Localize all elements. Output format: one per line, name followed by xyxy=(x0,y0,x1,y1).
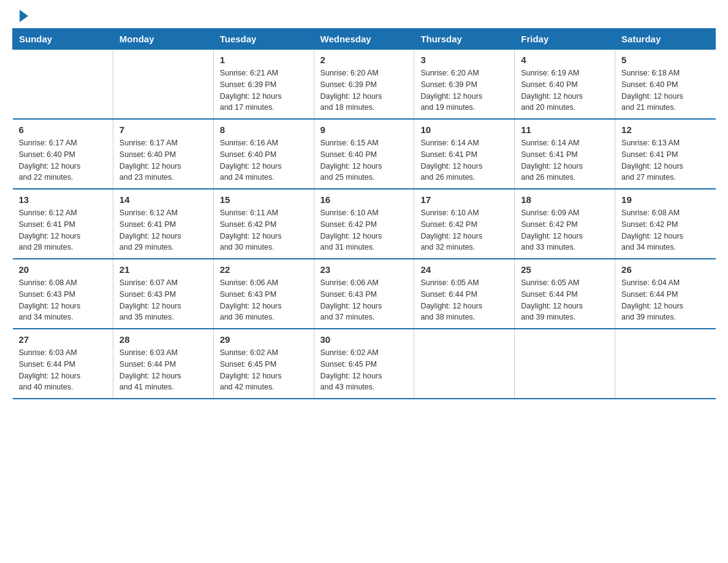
calendar-cell: 7Sunrise: 6:17 AMSunset: 6:40 PMDaylight… xyxy=(113,119,213,189)
calendar-cell: 20Sunrise: 6:08 AMSunset: 6:43 PMDayligh… xyxy=(13,259,113,329)
calendar-header-row: SundayMondayTuesdayWednesdayThursdayFrid… xyxy=(13,29,716,50)
day-info: Sunrise: 6:10 AMSunset: 6:42 PMDaylight:… xyxy=(420,207,508,253)
calendar-wrapper: SundayMondayTuesdayWednesdayThursdayFrid… xyxy=(0,28,728,412)
calendar-week-row: 20Sunrise: 6:08 AMSunset: 6:43 PMDayligh… xyxy=(13,259,716,329)
calendar-cell: 2Sunrise: 6:20 AMSunset: 6:39 PMDaylight… xyxy=(314,50,414,120)
calendar-cell: 27Sunrise: 6:03 AMSunset: 6:44 PMDayligh… xyxy=(13,329,113,399)
day-info: Sunrise: 6:03 AMSunset: 6:44 PMDaylight:… xyxy=(19,347,107,393)
calendar-header-tuesday: Tuesday xyxy=(213,29,314,50)
calendar-cell: 1Sunrise: 6:21 AMSunset: 6:39 PMDaylight… xyxy=(213,50,314,120)
day-number: 5 xyxy=(621,55,709,65)
calendar-cell: 26Sunrise: 6:04 AMSunset: 6:44 PMDayligh… xyxy=(615,259,716,329)
day-info: Sunrise: 6:20 AMSunset: 6:39 PMDaylight:… xyxy=(420,67,508,113)
day-info: Sunrise: 6:14 AMSunset: 6:41 PMDaylight:… xyxy=(521,137,609,183)
day-info: Sunrise: 6:05 AMSunset: 6:44 PMDaylight:… xyxy=(521,277,609,323)
calendar-cell: 3Sunrise: 6:20 AMSunset: 6:39 PMDaylight… xyxy=(414,50,515,120)
calendar-cell: 4Sunrise: 6:19 AMSunset: 6:40 PMDaylight… xyxy=(515,50,615,120)
calendar-cell xyxy=(515,329,615,399)
calendar-table: SundayMondayTuesdayWednesdayThursdayFrid… xyxy=(12,28,716,399)
logo xyxy=(18,12,31,22)
calendar-cell: 25Sunrise: 6:05 AMSunset: 6:44 PMDayligh… xyxy=(515,259,615,329)
day-info: Sunrise: 6:14 AMSunset: 6:41 PMDaylight:… xyxy=(420,137,508,183)
day-info: Sunrise: 6:03 AMSunset: 6:44 PMDaylight:… xyxy=(119,347,207,393)
calendar-cell: 6Sunrise: 6:17 AMSunset: 6:40 PMDaylight… xyxy=(13,119,113,189)
calendar-cell: 5Sunrise: 6:18 AMSunset: 6:40 PMDaylight… xyxy=(615,50,716,120)
calendar-cell xyxy=(13,50,113,120)
day-number: 16 xyxy=(320,194,408,205)
calendar-cell: 8Sunrise: 6:16 AMSunset: 6:40 PMDaylight… xyxy=(213,119,314,189)
day-number: 9 xyxy=(320,124,408,135)
day-info: Sunrise: 6:11 AMSunset: 6:42 PMDaylight:… xyxy=(220,207,308,253)
calendar-cell: 29Sunrise: 6:02 AMSunset: 6:45 PMDayligh… xyxy=(213,329,314,399)
day-info: Sunrise: 6:20 AMSunset: 6:39 PMDaylight:… xyxy=(320,67,408,113)
day-number: 30 xyxy=(320,334,408,345)
day-number: 10 xyxy=(420,124,508,135)
day-number: 6 xyxy=(19,124,107,135)
day-info: Sunrise: 6:08 AMSunset: 6:43 PMDaylight:… xyxy=(19,277,107,323)
day-number: 21 xyxy=(119,264,207,275)
calendar-cell: 15Sunrise: 6:11 AMSunset: 6:42 PMDayligh… xyxy=(213,189,314,259)
day-number: 4 xyxy=(521,55,609,65)
day-info: Sunrise: 6:06 AMSunset: 6:43 PMDaylight:… xyxy=(220,277,308,323)
day-number: 18 xyxy=(521,194,609,205)
calendar-cell: 9Sunrise: 6:15 AMSunset: 6:40 PMDaylight… xyxy=(314,119,414,189)
calendar-cell: 23Sunrise: 6:06 AMSunset: 6:43 PMDayligh… xyxy=(314,259,414,329)
calendar-cell: 16Sunrise: 6:10 AMSunset: 6:42 PMDayligh… xyxy=(314,189,414,259)
day-number: 17 xyxy=(420,194,508,205)
day-info: Sunrise: 6:17 AMSunset: 6:40 PMDaylight:… xyxy=(119,137,207,183)
calendar-cell: 14Sunrise: 6:12 AMSunset: 6:41 PMDayligh… xyxy=(113,189,213,259)
day-info: Sunrise: 6:04 AMSunset: 6:44 PMDaylight:… xyxy=(621,277,709,323)
page-header xyxy=(0,0,728,28)
day-number: 20 xyxy=(19,264,107,275)
day-number: 2 xyxy=(320,55,408,65)
day-info: Sunrise: 6:17 AMSunset: 6:40 PMDaylight:… xyxy=(19,137,107,183)
day-number: 27 xyxy=(19,334,107,345)
day-number: 23 xyxy=(320,264,408,275)
calendar-cell: 21Sunrise: 6:07 AMSunset: 6:43 PMDayligh… xyxy=(113,259,213,329)
day-number: 3 xyxy=(420,55,508,65)
calendar-cell: 22Sunrise: 6:06 AMSunset: 6:43 PMDayligh… xyxy=(213,259,314,329)
calendar-header-friday: Friday xyxy=(515,29,615,50)
day-info: Sunrise: 6:12 AMSunset: 6:41 PMDaylight:… xyxy=(19,207,107,253)
day-number: 12 xyxy=(621,124,709,135)
day-info: Sunrise: 6:09 AMSunset: 6:42 PMDaylight:… xyxy=(521,207,609,253)
day-info: Sunrise: 6:02 AMSunset: 6:45 PMDaylight:… xyxy=(320,347,408,393)
calendar-cell: 10Sunrise: 6:14 AMSunset: 6:41 PMDayligh… xyxy=(414,119,515,189)
calendar-week-row: 13Sunrise: 6:12 AMSunset: 6:41 PMDayligh… xyxy=(13,189,716,259)
calendar-cell: 13Sunrise: 6:12 AMSunset: 6:41 PMDayligh… xyxy=(13,189,113,259)
calendar-week-row: 6Sunrise: 6:17 AMSunset: 6:40 PMDaylight… xyxy=(13,119,716,189)
calendar-cell xyxy=(615,329,716,399)
day-number: 11 xyxy=(521,124,609,135)
day-number: 22 xyxy=(220,264,308,275)
calendar-week-row: 1Sunrise: 6:21 AMSunset: 6:39 PMDaylight… xyxy=(13,50,716,120)
day-number: 1 xyxy=(220,55,308,65)
day-number: 8 xyxy=(220,124,308,135)
day-info: Sunrise: 6:08 AMSunset: 6:42 PMDaylight:… xyxy=(621,207,709,253)
calendar-cell: 12Sunrise: 6:13 AMSunset: 6:41 PMDayligh… xyxy=(615,119,716,189)
calendar-cell: 28Sunrise: 6:03 AMSunset: 6:44 PMDayligh… xyxy=(113,329,213,399)
day-number: 26 xyxy=(621,264,709,275)
day-info: Sunrise: 6:16 AMSunset: 6:40 PMDaylight:… xyxy=(220,137,308,183)
calendar-header-saturday: Saturday xyxy=(615,29,716,50)
day-number: 15 xyxy=(220,194,308,205)
day-info: Sunrise: 6:19 AMSunset: 6:40 PMDaylight:… xyxy=(521,67,609,113)
day-number: 13 xyxy=(19,194,107,205)
day-info: Sunrise: 6:18 AMSunset: 6:40 PMDaylight:… xyxy=(621,67,709,113)
day-number: 25 xyxy=(521,264,609,275)
calendar-cell: 18Sunrise: 6:09 AMSunset: 6:42 PMDayligh… xyxy=(515,189,615,259)
calendar-cell: 19Sunrise: 6:08 AMSunset: 6:42 PMDayligh… xyxy=(615,189,716,259)
day-info: Sunrise: 6:07 AMSunset: 6:43 PMDaylight:… xyxy=(119,277,207,323)
day-number: 28 xyxy=(119,334,207,345)
calendar-header-sunday: Sunday xyxy=(13,29,113,50)
day-info: Sunrise: 6:12 AMSunset: 6:41 PMDaylight:… xyxy=(119,207,207,253)
calendar-cell: 11Sunrise: 6:14 AMSunset: 6:41 PMDayligh… xyxy=(515,119,615,189)
day-info: Sunrise: 6:21 AMSunset: 6:39 PMDaylight:… xyxy=(220,67,308,113)
day-number: 24 xyxy=(420,264,508,275)
calendar-cell: 30Sunrise: 6:02 AMSunset: 6:45 PMDayligh… xyxy=(314,329,414,399)
day-info: Sunrise: 6:15 AMSunset: 6:40 PMDaylight:… xyxy=(320,137,408,183)
day-info: Sunrise: 6:06 AMSunset: 6:43 PMDaylight:… xyxy=(320,277,408,323)
calendar-header-thursday: Thursday xyxy=(414,29,515,50)
day-number: 14 xyxy=(119,194,207,205)
calendar-cell xyxy=(113,50,213,120)
calendar-cell xyxy=(414,329,515,399)
